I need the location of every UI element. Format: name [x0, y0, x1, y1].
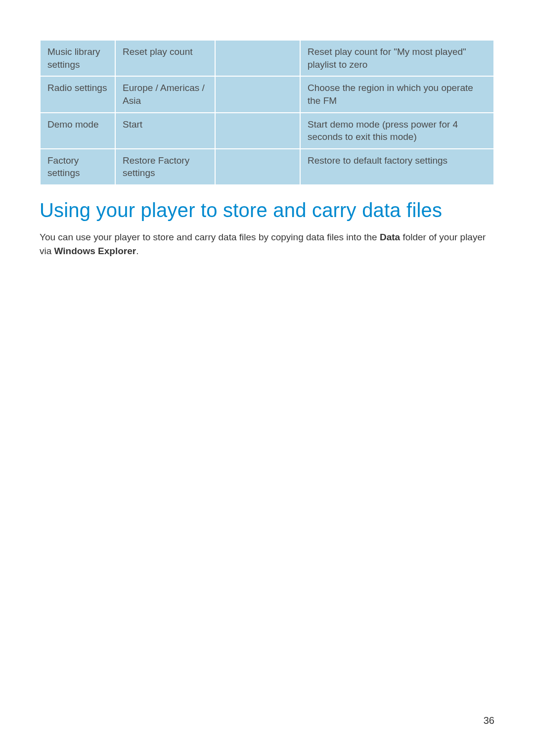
text-bold: Windows Explorer: [54, 246, 136, 256]
setting-option: Restore Factory settings: [116, 149, 215, 184]
section-heading: Using your player to store and carry dat…: [40, 199, 494, 222]
page-number: 36: [484, 715, 494, 726]
setting-description: Reset play count for "My most played" pl…: [301, 41, 493, 76]
setting-empty: [216, 77, 300, 112]
body-paragraph: You can use your player to store and car…: [40, 230, 494, 258]
table-row: Factory settings Restore Factory setting…: [41, 149, 493, 184]
setting-option: Reset play count: [116, 41, 215, 76]
table-row: Music library settings Reset play count …: [41, 41, 493, 76]
table-row: Demo mode Start Start demo mode (press p…: [41, 113, 493, 148]
setting-description: Restore to default factory settings: [301, 149, 493, 184]
setting-category: Radio settings: [41, 77, 115, 112]
text-part: You can use your player to store and car…: [40, 232, 380, 242]
setting-category: Music library settings: [41, 41, 115, 76]
setting-description: Choose the region in which you operate t…: [301, 77, 493, 112]
settings-table: Music library settings Reset play count …: [40, 40, 494, 185]
text-bold: Data: [380, 232, 400, 242]
table-row: Radio settings Europe / Americas / Asia …: [41, 77, 493, 112]
setting-option: Europe / Americas / Asia: [116, 77, 215, 112]
setting-category: Demo mode: [41, 113, 115, 148]
setting-empty: [216, 113, 300, 148]
setting-empty: [216, 149, 300, 184]
setting-description: Start demo mode (press power for 4 secon…: [301, 113, 493, 148]
setting-empty: [216, 41, 300, 76]
setting-option: Start: [116, 113, 215, 148]
setting-category: Factory settings: [41, 149, 115, 184]
text-part: .: [136, 246, 138, 256]
